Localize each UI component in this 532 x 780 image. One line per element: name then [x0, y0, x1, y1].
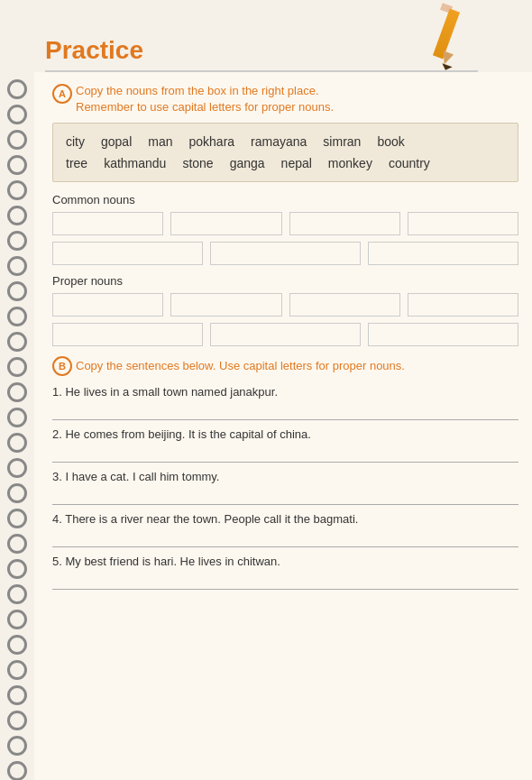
word-stone: stone	[182, 156, 213, 170]
proper-noun-box-3[interactable]	[289, 293, 400, 317]
spiral-ring	[7, 357, 27, 377]
common-noun-box-3[interactable]	[289, 212, 400, 235]
word-ramayana: ramayana	[251, 134, 307, 149]
word-country: country	[389, 156, 430, 170]
common-nouns-label: Common nouns	[52, 193, 518, 206]
proper-noun-box-4[interactable]	[408, 293, 518, 317]
sentence-item-3: 3. I have a cat. I call him tommy.	[52, 470, 518, 505]
sentence-text-4: 4. There is a river near the town. Peopl…	[52, 512, 518, 526]
spiral-ring	[7, 155, 27, 175]
proper-nouns-row2	[52, 323, 518, 346]
word-gopal: gopal	[101, 134, 132, 149]
spiral-ring	[7, 534, 27, 554]
word-pokhara: pokhara	[189, 134, 235, 149]
word-tree: tree	[66, 156, 87, 170]
spiral-binding	[0, 72, 34, 775]
word-box: city gopal man pokhara ramayana simran b…	[52, 123, 518, 182]
spiral-ring	[7, 281, 27, 301]
proper-noun-box-6[interactable]	[210, 323, 361, 346]
page: Practice A Copy the nouns from the box i…	[0, 0, 532, 780]
common-nouns-row1	[52, 212, 518, 235]
word-ganga: ganga	[230, 156, 265, 170]
spiral-ring	[7, 509, 27, 528]
spiral-ring	[7, 382, 27, 402]
word-row-1: city gopal man pokhara ramayana simran b…	[66, 131, 505, 152]
proper-nouns-section: Proper nouns	[52, 274, 518, 346]
spiral-ring	[7, 105, 27, 124]
write-line-5a[interactable]	[52, 574, 518, 590]
sentence-text-3: 3. I have a cat. I call him tommy.	[52, 470, 518, 483]
spiral-ring	[7, 483, 27, 503]
spiral-ring	[7, 610, 27, 629]
instruction-line1: Copy the nouns from the box in the right…	[76, 84, 319, 97]
sentence-item-5: 5. My best friend is hari. He lives in c…	[52, 555, 518, 590]
instruction-line2: Remember to use capital letters for prop…	[76, 100, 334, 114]
spiral-ring	[7, 206, 27, 225]
pencil-point	[440, 63, 452, 72]
main-content: A Copy the nouns from the box in the rig…	[34, 72, 532, 780]
proper-noun-box-2[interactable]	[170, 293, 281, 317]
spiral-ring	[7, 685, 27, 705]
spiral-ring	[7, 635, 27, 655]
word-book: book	[377, 134, 404, 149]
section-b-instruction: Copy the sentences below. Use capital le…	[76, 358, 405, 374]
spiral-ring	[7, 736, 27, 756]
common-nouns-section: Common nouns	[52, 193, 518, 265]
spiral-ring	[7, 307, 27, 326]
proper-noun-box-5[interactable]	[52, 323, 203, 346]
spiral-ring	[7, 458, 27, 478]
common-noun-box-4[interactable]	[408, 212, 518, 235]
spiral-ring	[7, 711, 27, 730]
pencil-decoration	[424, 0, 469, 72]
proper-nouns-label: Proper nouns	[52, 274, 518, 288]
sentence-item-2: 2. He comes from beijing. It is the capi…	[52, 427, 518, 463]
spiral-ring	[7, 408, 27, 427]
write-line-4a[interactable]	[52, 531, 518, 547]
write-line-3a[interactable]	[52, 489, 518, 505]
spiral-ring	[7, 559, 27, 579]
word-city: city	[66, 134, 85, 149]
sentence-text-1: 1. He lives in a small town named janakp…	[52, 385, 518, 399]
word-simran: simran	[323, 134, 361, 149]
spiral-ring	[7, 332, 27, 352]
section-b-header: B Copy the sentences below. Use capital …	[52, 355, 518, 376]
word-man: man	[148, 134, 172, 149]
spiral-ring	[7, 79, 27, 99]
spiral-ring	[7, 584, 27, 604]
word-monkey: monkey	[328, 156, 372, 170]
spiral-ring	[7, 180, 27, 200]
spiral-ring	[7, 130, 27, 150]
proper-nouns-row1	[52, 293, 518, 317]
word-row-2: tree kathmandu stone ganga nepal monkey …	[66, 152, 505, 174]
section-b-label: B	[52, 356, 72, 376]
common-noun-box-5[interactable]	[52, 242, 203, 265]
sentence-item-4: 4. There is a river near the town. Peopl…	[52, 512, 518, 547]
word-kathmandu: kathmandu	[104, 156, 166, 170]
spiral-ring	[7, 660, 27, 680]
spiral-ring	[7, 231, 27, 251]
section-a-instruction: Copy the nouns from the box in the right…	[76, 83, 334, 115]
common-noun-box-2[interactable]	[170, 212, 281, 235]
spiral-ring	[7, 433, 27, 453]
sentence-text-2: 2. He comes from beijing. It is the capi…	[52, 427, 518, 441]
common-noun-box-1[interactable]	[52, 212, 163, 235]
spiral-ring	[7, 761, 27, 780]
proper-noun-box-1[interactable]	[52, 293, 163, 317]
write-line-2a[interactable]	[52, 446, 518, 463]
spiral-ring	[7, 256, 27, 276]
sentence-item-1: 1. He lives in a small town named janakp…	[52, 385, 518, 420]
common-nouns-row2	[52, 242, 518, 265]
common-noun-box-6[interactable]	[210, 242, 361, 265]
proper-noun-box-7[interactable]	[368, 323, 518, 346]
section-a-header: A Copy the nouns from the box in the rig…	[52, 83, 518, 115]
word-nepal: nepal	[281, 156, 312, 170]
sentence-text-5: 5. My best friend is hari. He lives in c…	[52, 555, 518, 568]
write-line-1a[interactable]	[52, 404, 518, 420]
common-noun-box-7[interactable]	[368, 242, 518, 265]
section-a-label: A	[52, 84, 72, 104]
page-title: Practice	[36, 36, 143, 65]
sentences-list: 1. He lives in a small town named janakp…	[52, 385, 518, 590]
